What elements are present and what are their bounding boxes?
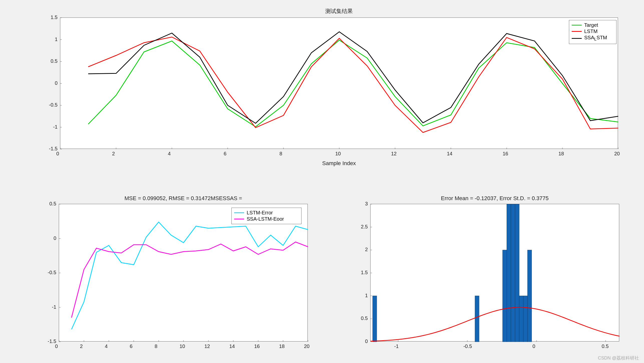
y-tick-label: 0	[54, 235, 56, 241]
x-tick-label: 20	[304, 343, 309, 349]
series-line	[88, 37, 618, 133]
y-tick-label: -1.5	[49, 146, 58, 152]
x-tick-label: 0	[532, 343, 535, 349]
hist-bar	[503, 250, 507, 342]
legend-swatch-lstm-error	[234, 212, 244, 213]
y-tick-label: 3	[365, 201, 368, 207]
legend-label-ssa-error: SSA-LSTM-Eoor	[247, 216, 284, 222]
y-tick-label: -1.5	[48, 338, 56, 344]
hist-bar	[515, 204, 519, 342]
x-tick-label: 0.5	[602, 343, 609, 349]
x-tick-label: 20	[614, 151, 620, 157]
hist-bar	[373, 296, 377, 342]
bottom-right-chart-svg	[371, 204, 619, 342]
top-chart-axes	[60, 18, 618, 149]
legend-item-ssa-error: SSA-LSTM-Eoor	[234, 216, 299, 222]
x-tick-label: 2	[112, 151, 115, 157]
y-tick-label: -1	[52, 304, 56, 310]
legend-swatch-target	[572, 25, 582, 26]
x-tick-label: 6	[130, 343, 133, 349]
x-tick-label: 6	[224, 151, 226, 157]
x-tick-label: 4	[105, 343, 108, 349]
y-tick-label: 0.5	[361, 315, 368, 321]
bottom-left-chart-title: MSE = 0.099052, RMSE = 0.31472MSESSAS =	[59, 195, 308, 202]
y-tick-label: 2	[365, 247, 368, 252]
x-tick-label: 2	[80, 343, 83, 349]
hist-bar	[507, 204, 511, 342]
y-tick-label: -1	[53, 124, 58, 130]
top-chart-xlabel: Sample Index	[60, 160, 618, 167]
x-tick-label: 10	[180, 343, 185, 349]
legend-item-target: Target	[572, 22, 614, 28]
x-tick-label: 14	[447, 151, 452, 157]
y-tick-label: -0.5	[48, 270, 56, 275]
hist-bar	[523, 296, 528, 342]
y-tick-label: 0	[365, 338, 368, 344]
x-tick-label: 18	[558, 151, 564, 157]
x-tick-label: 12	[204, 343, 210, 349]
x-tick-label: 0	[55, 343, 58, 349]
legend-swatch-ssa-error	[234, 219, 244, 219]
legend-swatch-ssa	[572, 38, 582, 39]
gaussian-curve	[371, 307, 619, 341]
series-line	[88, 32, 618, 123]
legend-label-target: Target	[584, 22, 598, 28]
bottom-right-chart-title: Error Mean = -0.12037, Error St.D. = 0.3…	[370, 195, 619, 202]
y-tick-label: 0	[55, 80, 58, 86]
legend-item-lstm: LSTM	[572, 29, 614, 34]
top-chart-legend: Target LSTM SSALSTM	[569, 20, 616, 44]
x-tick-label: -0.5	[463, 343, 472, 349]
x-tick-label: 18	[279, 343, 285, 349]
hist-bar	[527, 250, 532, 342]
bottom-left-chart-svg	[59, 204, 308, 342]
x-tick-label: 10	[335, 151, 341, 157]
legend-swatch-lstm	[572, 31, 582, 32]
x-tick-label: 12	[391, 151, 397, 157]
series-line	[72, 222, 308, 329]
bottom-left-chart-legend: LSTM-Error SSA-LSTM-Eoor	[231, 208, 301, 224]
legend-item-ssa: SSALSTM	[572, 35, 614, 42]
x-tick-label: 16	[503, 151, 508, 157]
y-tick-label: 1	[365, 293, 368, 298]
hist-bar	[475, 296, 479, 342]
y-tick-label: 2.5	[361, 224, 368, 230]
y-tick-label: 1	[55, 37, 58, 42]
y-tick-label: 1.5	[51, 15, 58, 20]
x-tick-label: 14	[229, 343, 235, 349]
hist-bar	[519, 296, 523, 342]
y-tick-label: 0.5	[51, 58, 58, 64]
y-tick-label: 0.5	[49, 201, 56, 207]
bottom-left-chart-axes	[59, 204, 308, 341]
legend-label-lstm: LSTM	[584, 29, 597, 34]
x-tick-label: -1	[394, 343, 399, 349]
x-tick-label: 16	[254, 343, 260, 349]
figure: 测试集结果 Sample Index 02468101214161820-1.5…	[0, 0, 644, 363]
hist-bar	[511, 204, 515, 342]
watermark-text: CSDN @荔枝科研社	[598, 355, 639, 361]
legend-label-lstm-error: LSTM-Error	[247, 210, 273, 216]
top-chart-title: 测试集结果	[60, 8, 618, 15]
x-tick-label: 8	[279, 151, 282, 157]
y-tick-label: -0.5	[49, 102, 58, 108]
legend-item-lstm-error: LSTM-Error	[234, 210, 299, 216]
series-line	[72, 242, 308, 318]
x-tick-label: 0	[56, 151, 59, 157]
y-tick-label: 1.5	[361, 270, 368, 275]
x-tick-label: 8	[155, 343, 157, 349]
x-tick-label: 4	[168, 151, 171, 157]
legend-label-ssa: SSALSTM	[584, 35, 607, 42]
bottom-right-chart-axes	[370, 204, 619, 341]
top-chart-svg	[60, 18, 618, 149]
